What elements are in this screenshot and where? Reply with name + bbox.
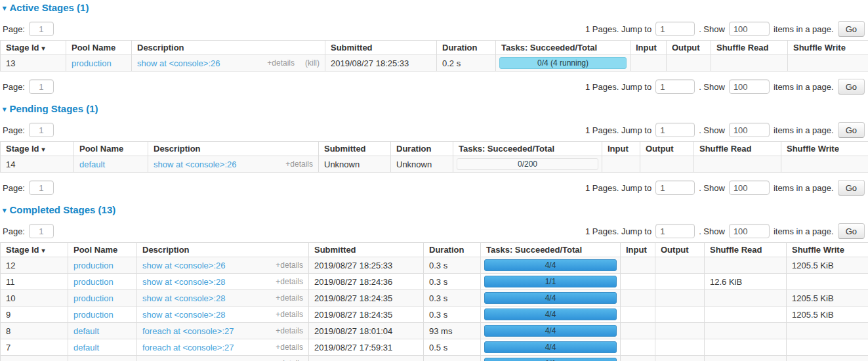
page-number-input[interactable] [29,22,54,36]
kill-link[interactable]: (kill) [305,58,320,68]
column-header-description[interactable]: Description [137,243,309,257]
column-header-input[interactable]: Input [630,41,667,55]
output-cell [640,156,694,173]
column-header-tasks-succeeded-total[interactable]: Tasks: Succeeded/Total [453,142,602,156]
details-toggle-link[interactable]: +details [276,343,303,352]
column-header-shuffle-write[interactable]: Shuffle Write [788,41,868,55]
jump-to-input[interactable] [655,224,695,238]
show-count-input[interactable] [729,180,770,195]
details-toggle-link[interactable]: +details [276,326,303,335]
column-header-duration[interactable]: Duration [424,243,481,257]
go-button[interactable]: Go [838,223,865,239]
description-link[interactable]: show at <console>:28 [142,293,225,303]
details-toggle-link[interactable]: +details [285,159,313,169]
output-cell [667,55,711,72]
active-stages-table: Stage Id▾Pool NameDescriptionSubmittedDu… [0,40,868,72]
column-header-pool-name[interactable]: Pool Name [66,41,132,55]
column-header-tasks-succeeded-total[interactable]: Tasks: Succeeded/Total [496,41,630,55]
column-header-description[interactable]: Description [132,41,325,55]
description-link[interactable]: foreach at <console>:27 [142,343,234,352]
column-header-stage-id[interactable]: Stage Id▾ [1,243,68,257]
column-header-pool-name[interactable]: Pool Name [68,243,137,257]
show-count-input[interactable] [729,224,770,238]
column-header-input[interactable]: Input [621,243,655,257]
column-header-tasks-succeeded-total[interactable]: Tasks: Succeeded/Total [481,243,621,257]
description-link[interactable]: show at <console>:28 [142,277,225,287]
tasks-progress-bar: 4/4 [484,325,617,337]
column-header-shuffle-write[interactable]: Shuffle Write [781,142,868,156]
pool-name-cell: default [68,339,137,356]
page-number-input[interactable] [29,180,54,195]
tasks-progress-cell: 1/1 [481,274,621,290]
details-toggle-link[interactable]: +details [276,261,303,270]
description-link[interactable]: foreach at <console>:27 [142,326,234,336]
jump-to-input[interactable] [655,22,695,36]
column-header-shuffle-read[interactable]: Shuffle Read [694,142,781,156]
column-header-label: Duration [429,245,464,255]
column-header-output[interactable]: Output [655,243,705,257]
column-header-submitted[interactable]: Submitted [319,142,391,156]
column-header-input[interactable]: Input [602,142,640,156]
column-header-shuffle-read[interactable]: Shuffle Read [711,41,788,55]
tasks-progress-label: 0/200 [457,159,598,169]
column-header-description[interactable]: Description [148,142,319,156]
column-header-submitted[interactable]: Submitted [325,41,437,55]
output-cell [655,307,705,323]
column-header-stage-id[interactable]: Stage Id▾ [1,41,66,55]
pool-name-link[interactable]: default [73,326,99,336]
column-header-duration[interactable]: Duration [437,41,496,55]
description-link[interactable]: show at <console>:26 [137,58,220,68]
go-button[interactable]: Go [838,21,865,37]
section-heading[interactable]: ▾Active Stages (1) [3,2,868,14]
column-header-pool-name[interactable]: Pool Name [74,142,148,156]
pool-name-link[interactable]: production [72,58,112,68]
column-header-shuffle-write[interactable]: Shuffle Write [787,243,868,257]
go-button[interactable]: Go [838,180,865,196]
details-toggle-link[interactable]: +details [276,310,303,319]
description-link[interactable]: show at <console>:28 [142,359,225,361]
details-toggle-link[interactable]: +details [276,277,303,286]
tasks-progress-bar: 1/1 [484,358,617,361]
go-button[interactable]: Go [838,79,865,95]
jump-to-input[interactable] [655,123,695,137]
page-number-input[interactable] [29,123,54,137]
column-header-submitted[interactable]: Submitted [309,243,424,257]
column-header-label: Output [661,245,689,255]
column-header-output[interactable]: Output [640,142,694,156]
description-link[interactable]: show at <console>:26 [142,261,225,270]
details-toggle-link[interactable]: +details [276,359,303,361]
show-count-input[interactable] [729,123,770,137]
details-toggle-link[interactable]: +details [276,293,303,303]
stage-id-cell: 7 [1,339,68,356]
pool-name-link[interactable]: production [73,261,114,270]
details-toggle-link[interactable]: +details [267,58,295,68]
column-header-output[interactable]: Output [667,41,711,55]
pool-name-link[interactable]: default [73,343,99,352]
tasks-progress-cell: 4/4 [481,323,621,339]
show-count-input[interactable] [729,79,770,94]
jump-to-input[interactable] [655,180,695,195]
pool-name-link[interactable]: production [73,310,114,320]
column-header-duration[interactable]: Duration [391,142,453,156]
page-number-input[interactable] [29,79,54,94]
show-count-input[interactable] [729,22,770,36]
stage-row: 6production+detailsshow at <console>:282… [1,356,868,361]
page-number-input[interactable] [29,224,54,238]
jump-to-input[interactable] [655,79,695,94]
shuffle-read-cell: 12.6 KiB [705,356,787,361]
pool-name-link[interactable]: default [79,159,105,169]
pool-name-link[interactable]: production [73,277,114,287]
pool-name-link[interactable]: production [73,359,114,361]
column-header-stage-id[interactable]: Stage Id▾ [1,142,74,156]
tasks-progress-bar: 0/4 (4 running) [499,57,627,69]
description-cell: +detailsforeach at <console>:27 [137,323,309,339]
go-button[interactable]: Go [838,122,865,138]
description-link[interactable]: show at <console>:28 [142,310,225,320]
pool-name-link[interactable]: production [73,293,114,303]
column-header-shuffle-read[interactable]: Shuffle Read [705,243,787,257]
section-heading[interactable]: ▾Completed Stages (13) [3,204,868,216]
stage-id-cell: 6 [1,356,68,361]
description-actions: +details [276,343,303,352]
section-heading[interactable]: ▾Pending Stages (1) [3,103,868,115]
description-link[interactable]: show at <console>:26 [154,159,236,169]
